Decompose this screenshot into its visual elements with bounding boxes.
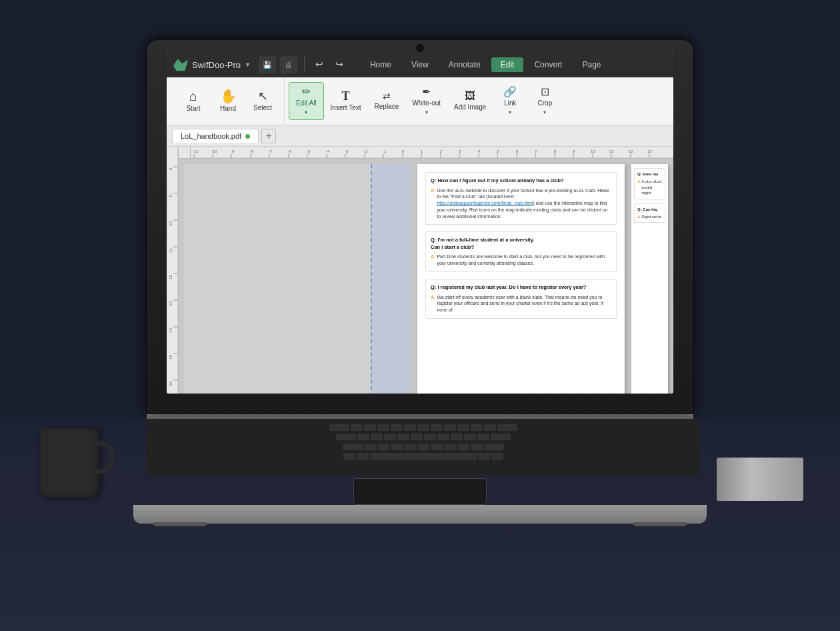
tool-link[interactable]: 🔗 Link ▾ xyxy=(493,83,527,119)
kb-key xyxy=(451,434,463,440)
pdf-page-left xyxy=(184,164,411,394)
laptop-hinge xyxy=(147,414,693,419)
laptop-base-area xyxy=(147,419,693,524)
add-tab-icon: + xyxy=(265,130,271,142)
kb-key xyxy=(343,444,363,450)
tab-convert[interactable]: Convert xyxy=(525,57,571,72)
app-logo: SwifDoo-Pro ▼ xyxy=(173,59,251,71)
qa-question-2: Q: I'm not a full-time student at a univ… xyxy=(431,237,611,251)
replace-icon: ⇄ xyxy=(383,91,391,101)
tool-group-edit: ✏ Edit All ▾ T Insert Text ⇄ Replace ✒ xyxy=(285,77,566,125)
app-dropdown-arrow[interactable]: ▼ xyxy=(245,61,251,68)
ruler-horizontal: -11 -10 -9 -8 -7 -6 -5 -4 -3 xyxy=(191,147,673,159)
ruler-corner xyxy=(179,147,191,159)
tool-start[interactable]: ⌂ Start xyxy=(176,85,211,117)
document-area: Q: How can I figure out if my school alr… xyxy=(179,159,673,394)
kb-key xyxy=(471,444,483,450)
tab-home[interactable]: Home xyxy=(361,57,401,72)
svg-text:-6: -6 xyxy=(288,149,292,153)
svg-text:11: 11 xyxy=(169,247,173,252)
svg-text:-7: -7 xyxy=(269,149,273,153)
kb-key xyxy=(411,434,423,440)
partial-a1-label: A xyxy=(637,179,640,195)
svg-text:10: 10 xyxy=(591,149,595,153)
undo-button[interactable]: ↩ xyxy=(311,56,327,72)
qa-question-1: Q: How can I figure out if my school alr… xyxy=(431,177,611,185)
kb-key xyxy=(444,444,456,450)
edit-all-icon: ✏ xyxy=(302,87,311,97)
file-tab-lol[interactable]: LoL_handbook.pdf xyxy=(172,129,259,143)
tool-select[interactable]: ↖ Select xyxy=(245,86,280,116)
svg-text:-9: -9 xyxy=(231,149,235,153)
tool-add-image-label: Add Image xyxy=(454,103,486,111)
pdf-page-right: Q: How can I figure out if my school alr… xyxy=(417,164,625,394)
tab-page[interactable]: Page xyxy=(573,57,610,72)
partial-a2-text: Right we're xyxy=(641,214,661,219)
qa-question-3: Q: I registered my club last year. Do I … xyxy=(431,284,611,291)
redo-button[interactable]: ↪ xyxy=(331,56,347,72)
tool-hand[interactable]: ✋ Hand xyxy=(211,85,245,117)
kb-key xyxy=(484,424,496,431)
qa-link-1[interactable]: http://ulolleagueoflegends.com/finda_clu… xyxy=(437,201,533,205)
kb-key xyxy=(391,444,403,450)
svg-text:12: 12 xyxy=(629,149,633,153)
kb-row-2 xyxy=(152,434,695,441)
tool-white-out[interactable]: ✒ White-out ▾ xyxy=(405,83,447,119)
add-tab-button[interactable]: + xyxy=(261,129,276,143)
qa-answer-1: A Use the uLoL website to discover if yo… xyxy=(431,187,611,220)
kb-row-3 xyxy=(152,444,695,451)
kb-key xyxy=(377,444,389,450)
laptop-base xyxy=(133,505,707,524)
kb-key xyxy=(431,424,443,431)
pdf-page-partial: Q: How ma A A uLo uLoL would regist Q: C… xyxy=(631,164,668,394)
svg-text:-4: -4 xyxy=(326,149,330,153)
tool-select-label: Select xyxy=(253,104,272,112)
kb-key xyxy=(491,453,503,460)
tab-view[interactable]: View xyxy=(402,57,438,72)
kb-key xyxy=(377,424,389,431)
webcam xyxy=(416,44,424,52)
tool-add-image[interactable]: 🖼 Add Image xyxy=(447,87,493,115)
qa-block-3: Q: I registered my club last year. Do I … xyxy=(425,279,617,319)
print-icon: 🖨 xyxy=(285,61,292,69)
partial-content: Q: How ma A A uLo uLoL would regist Q: C… xyxy=(631,164,668,227)
tool-replace-label: Replace xyxy=(375,103,399,111)
partial-q2: Q: Can hig xyxy=(637,207,662,212)
menu-tabs: Home View Annotate Edit Convert Page xyxy=(361,57,611,72)
tool-insert-text[interactable]: T Insert Text xyxy=(324,86,368,116)
svg-text:-8: -8 xyxy=(250,149,254,153)
tool-start-label: Start xyxy=(186,105,200,113)
svg-text:-3: -3 xyxy=(345,149,349,153)
tool-edit-all[interactable]: ✏ Edit All ▾ xyxy=(289,82,324,120)
tool-replace[interactable]: ⇄ Replace xyxy=(368,87,406,115)
qa-answer-3: A We start off every academic year with … xyxy=(431,294,611,313)
svg-text:12: 12 xyxy=(169,274,173,279)
kb-key xyxy=(437,434,449,440)
coffee-mug xyxy=(40,428,100,498)
kb-row-1 xyxy=(152,424,695,432)
kb-key xyxy=(336,434,356,440)
svg-text:13: 13 xyxy=(169,301,173,305)
kb-key xyxy=(371,434,383,440)
svg-text:-2: -2 xyxy=(364,149,368,153)
save-button[interactable]: 💾 xyxy=(259,56,276,73)
selection-indicator xyxy=(371,164,411,394)
partial-a2-row: A Right we're xyxy=(637,214,662,219)
kb-key xyxy=(417,444,429,450)
kb-key xyxy=(491,434,511,440)
tab-edit[interactable]: Edit xyxy=(491,57,524,72)
crop-icon: ⊡ xyxy=(541,87,549,97)
svg-text:-11: -11 xyxy=(193,149,199,153)
print-button[interactable]: 🖨 xyxy=(280,56,297,73)
tool-crop[interactable]: ⊡ Crop ▾ xyxy=(527,83,562,119)
titlebar-controls: 💾 🖨 ↩ ↪ xyxy=(259,56,347,73)
screen-bezel: SwifDoo-Pro ▼ 💾 🖨 ↩ ↪ Home View xyxy=(147,40,693,414)
partial-a2-label: A xyxy=(637,214,640,219)
kb-key xyxy=(424,434,436,440)
qa-answer-2: A Part-time students are welcome to star… xyxy=(431,253,611,267)
laptop-touchpad[interactable] xyxy=(353,478,487,505)
separator xyxy=(304,56,305,71)
white-out-icon: ✒ xyxy=(422,87,431,97)
tab-annotate[interactable]: Annotate xyxy=(439,57,490,72)
save-icon: 💾 xyxy=(263,61,272,69)
